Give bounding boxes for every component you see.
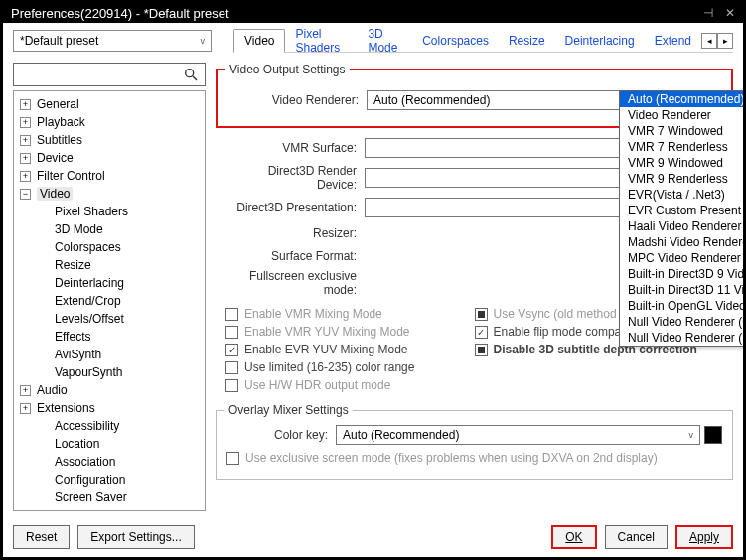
tree-item-deinterlacing[interactable]: Deinterlacing bbox=[16, 274, 203, 292]
tab-video[interactable]: Video bbox=[233, 29, 285, 53]
tree-item-extend-crop[interactable]: Extend/Crop bbox=[16, 292, 203, 310]
tab-3d-mode[interactable]: 3D Mode bbox=[358, 23, 412, 59]
preset-select[interactable]: *Default preset v bbox=[13, 30, 212, 52]
tab-pixel-shaders[interactable]: Pixel Shaders bbox=[285, 23, 358, 59]
tree-item-screen-saver[interactable]: Screen Saver bbox=[16, 489, 203, 506]
renderer-option[interactable]: Madshi Video Renderer bbox=[620, 234, 743, 250]
export-settings-button[interactable]: Export Settings... bbox=[77, 525, 194, 549]
tab-colorspaces[interactable]: Colorspaces bbox=[412, 30, 499, 52]
expand-icon[interactable]: + bbox=[20, 135, 31, 146]
renderer-option[interactable]: Haali Video Renderer bbox=[620, 218, 743, 234]
tree-item-video[interactable]: −Video bbox=[16, 185, 203, 203]
check-use-limited-16-235-color-range[interactable]: Use limited (16-235) color range bbox=[225, 360, 475, 374]
label-colorkey: Color key: bbox=[226, 428, 336, 442]
apply-button[interactable]: Apply bbox=[675, 525, 733, 549]
renderer-option[interactable]: VMR 7 Windowed bbox=[620, 123, 743, 139]
tree-item-avisynth[interactable]: AviSynth bbox=[16, 346, 203, 363]
tree-item-audio[interactable]: +Audio bbox=[16, 381, 203, 399]
overlay-fieldset: Overlay Mixer Settings Color key: Auto (… bbox=[216, 410, 733, 480]
tab-extend[interactable]: Extend bbox=[645, 30, 701, 52]
tree-item-subtitles[interactable]: +Subtitles bbox=[16, 131, 203, 149]
tree-item-colorspaces[interactable]: Colorspaces bbox=[16, 238, 203, 256]
search-icon bbox=[183, 67, 199, 82]
svg-line-1 bbox=[193, 76, 197, 80]
renderer-option[interactable]: Auto (Recommended) bbox=[620, 91, 743, 107]
renderer-option[interactable]: Null Video Renderer (Uncompressed) bbox=[620, 330, 743, 346]
renderer-option[interactable]: EVR Custom Present bbox=[620, 203, 743, 218]
select-colorkey[interactable]: Auto (Recommended)v bbox=[336, 425, 700, 445]
tree-item-pixel-shaders[interactable]: Pixel Shaders bbox=[16, 203, 203, 220]
expand-icon[interactable]: + bbox=[20, 117, 31, 128]
renderer-option[interactable]: MPC Video Renderer bbox=[620, 250, 743, 266]
expand-icon[interactable]: + bbox=[20, 403, 31, 414]
renderer-option[interactable]: EVR(Vista / .Net3) bbox=[620, 187, 743, 203]
check-enable-vmr-mixing-mode: Enable VMR Mixing Mode bbox=[225, 307, 475, 321]
checkbox-icon bbox=[225, 361, 238, 374]
tree-item-device[interactable]: +Device bbox=[16, 149, 203, 167]
tree-item-location[interactable]: Location bbox=[16, 435, 203, 453]
expand-icon[interactable]: + bbox=[20, 171, 31, 182]
tree-item-association[interactable]: Association bbox=[16, 453, 203, 471]
renderer-option[interactable]: Video Renderer bbox=[620, 107, 743, 123]
renderer-dropdown[interactable]: Auto (Recommended)Video RendererVMR 7 Wi… bbox=[619, 90, 743, 347]
tree-item-playback[interactable]: +Playback bbox=[16, 113, 203, 131]
tab-resize[interactable]: Resize bbox=[499, 30, 555, 52]
reset-button[interactable]: Reset bbox=[13, 525, 70, 549]
tab-scroll-right[interactable]: ▸ bbox=[717, 33, 733, 49]
renderer-option[interactable]: VMR 9 Renderless bbox=[620, 171, 743, 187]
tree-item-resize[interactable]: Resize bbox=[16, 256, 203, 274]
collapse-icon[interactable]: − bbox=[20, 189, 31, 200]
checkbox-icon bbox=[225, 326, 238, 339]
tree-item-effects[interactable]: Effects bbox=[16, 328, 203, 346]
tree-item-accessibility[interactable]: Accessibility bbox=[16, 417, 203, 435]
overlay-legend: Overlay Mixer Settings bbox=[224, 403, 353, 417]
chevron-down-icon: v bbox=[201, 36, 206, 46]
label-video-renderer: Video Renderer: bbox=[227, 93, 367, 107]
search-input[interactable] bbox=[13, 63, 206, 86]
left-column: +General+Playback+Subtitles+Device+Filte… bbox=[3, 57, 214, 517]
nav-tree[interactable]: +General+Playback+Subtitles+Device+Filte… bbox=[13, 90, 206, 511]
renderer-option[interactable]: Built-in Direct3D 11 Video Renderer bbox=[620, 282, 743, 298]
colorkey-swatch[interactable] bbox=[704, 426, 722, 444]
tree-item-3d-mode[interactable]: 3D Mode bbox=[16, 220, 203, 238]
tab-scroll-left[interactable]: ◂ bbox=[701, 33, 717, 49]
footer: Reset Export Settings... OK Cancel Apply bbox=[3, 517, 743, 557]
check-exclusive-screen[interactable]: Use exclusive screen mode (fixes problem… bbox=[226, 451, 722, 465]
expand-icon[interactable]: + bbox=[20, 99, 31, 110]
label-resizer: Resizer: bbox=[225, 226, 365, 240]
renderer-option[interactable]: VMR 7 Renderless bbox=[620, 139, 743, 155]
tab-deinterlacing[interactable]: Deinterlacing bbox=[555, 30, 645, 52]
ok-button[interactable]: OK bbox=[551, 525, 596, 549]
cancel-button[interactable]: Cancel bbox=[605, 525, 668, 549]
window-controls: ⊣ ✕ bbox=[703, 6, 735, 20]
renderer-option[interactable]: Built-in OpenGL Video Renderer bbox=[620, 298, 743, 314]
close-icon[interactable]: ✕ bbox=[725, 6, 735, 20]
tree-item-configuration[interactable]: Configuration bbox=[16, 471, 203, 489]
tree-item-extensions[interactable]: +Extensions bbox=[16, 399, 203, 417]
label-d3d-present: Direct3D Presentation: bbox=[225, 201, 365, 214]
expand-icon[interactable]: + bbox=[20, 153, 31, 164]
checkbox-icon bbox=[226, 452, 239, 465]
expand-icon[interactable]: + bbox=[20, 385, 31, 396]
tabs: VideoPixel Shaders3D ModeColorspacesResi… bbox=[233, 29, 733, 53]
tree-item-levels-offset[interactable]: Levels/Offset bbox=[16, 310, 203, 328]
label-surface-format: Surface Format: bbox=[225, 249, 365, 263]
renderer-option[interactable]: Null Video Renderer (Compressed) bbox=[620, 314, 743, 330]
tree-item-general[interactable]: +General bbox=[16, 95, 203, 113]
window-title: Preferences(220914) - *Default preset bbox=[11, 6, 229, 21]
check-use-h-w-hdr-output-mode: Use H/W HDR output mode bbox=[225, 378, 475, 392]
tab-scroll: ◂ ▸ bbox=[701, 33, 733, 49]
pin-icon[interactable]: ⊣ bbox=[703, 6, 713, 20]
checkbox-icon: ✓ bbox=[475, 326, 488, 339]
checks-left: Enable VMR Mixing ModeEnable VMR YUV Mix… bbox=[225, 303, 475, 396]
label-d3d-device: Direct3D Render Device: bbox=[225, 164, 365, 192]
check-enable-evr-yuv-mixing-mode[interactable]: ✓Enable EVR YUV Mixing Mode bbox=[225, 343, 475, 356]
checkbox-icon bbox=[225, 308, 238, 321]
top-row: *Default preset v VideoPixel Shaders3D M… bbox=[3, 23, 743, 57]
check-enable-vmr-yuv-mixing-mode: Enable VMR YUV Mixing Mode bbox=[225, 325, 475, 339]
renderer-option[interactable]: Built-in Direct3D 9 Video Renderer bbox=[620, 266, 743, 282]
renderer-option[interactable]: VMR 9 Windowed bbox=[620, 155, 743, 171]
tree-item-vapoursynth[interactable]: VapourSynth bbox=[16, 363, 203, 381]
tree-item-filter-control[interactable]: +Filter Control bbox=[16, 167, 203, 185]
checkbox-icon: ✓ bbox=[225, 344, 238, 356]
